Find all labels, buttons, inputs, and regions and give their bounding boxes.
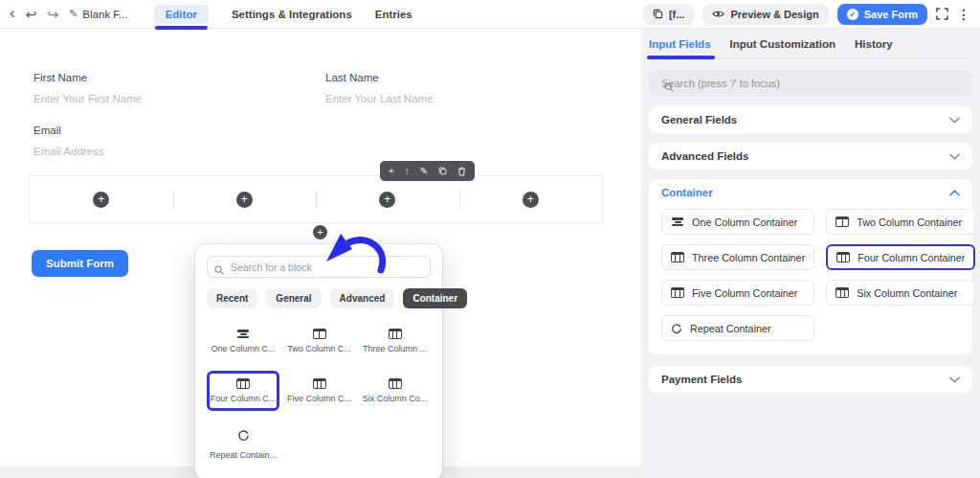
item-two-column-container[interactable]: Two Column Container	[826, 209, 975, 235]
preview-design-button[interactable]: Preview & Design	[702, 4, 828, 25]
payment-fields-header[interactable]: Payment Fields	[661, 366, 960, 393]
search-icon	[664, 79, 674, 96]
block-repeat-container[interactable]: Repeat Contain...	[207, 421, 279, 467]
save-form-label: Save Form	[864, 9, 918, 20]
general-fields-header[interactable]: General Fields	[661, 106, 960, 133]
section-advanced-fields: Advanced Fields	[649, 143, 972, 170]
submit-form-button[interactable]: Submit Form	[32, 250, 128, 277]
field-email[interactable]: Email Email Address	[33, 125, 292, 157]
block-two-column[interactable]: Two Column C...	[283, 321, 355, 361]
item-six-column-container[interactable]: Six Column Container	[826, 280, 975, 306]
container-column-1: +	[30, 176, 173, 222]
shortcode-button[interactable]: [f...	[643, 4, 695, 25]
chevron-down-icon	[949, 376, 960, 383]
category-general[interactable]: General	[266, 288, 321, 308]
block-five-column[interactable]: Five Column C...	[283, 371, 355, 411]
top-toolbar: ‹ ↩ ↪ ✎ Blank F... Editor Settings & Int…	[0, 0, 980, 29]
field-first-name[interactable]: First Name Enter Your First Name	[33, 72, 292, 104]
one-column-icon	[236, 329, 250, 339]
tab-input-fields[interactable]: Input Fields	[649, 38, 711, 50]
add-field-icon[interactable]: +	[236, 192, 253, 208]
container-header[interactable]: Container	[661, 179, 960, 206]
add-icon[interactable]: +	[389, 167, 394, 176]
copy-icon	[653, 9, 663, 19]
item-repeat-container[interactable]: Repeat Container	[661, 315, 814, 341]
tab-input-customization[interactable]: Input Customization	[730, 38, 836, 50]
tab-editor[interactable]: Editor	[154, 5, 209, 24]
add-field-icon[interactable]: +	[93, 192, 109, 208]
block-four-column[interactable]: Four Column C...	[207, 371, 279, 411]
add-field-icon[interactable]: +	[379, 192, 395, 208]
add-block-icon[interactable]: +	[313, 225, 327, 239]
container-column-2: +	[173, 176, 317, 222]
shortcode-label: [f...	[669, 9, 685, 20]
block-six-column[interactable]: Six Column Co...	[359, 371, 431, 411]
right-sidebar: Input Fields Input Customization History…	[641, 29, 980, 478]
sidebar-search-input[interactable]	[649, 70, 972, 97]
field-placeholder: Email Address	[33, 146, 292, 157]
five-column-icon	[671, 287, 684, 298]
five-column-icon	[313, 378, 326, 389]
item-four-column-container[interactable]: Four Column Container	[826, 244, 975, 270]
category-advanced[interactable]: Advanced	[330, 288, 395, 308]
item-five-column-container[interactable]: Five Column Container	[661, 280, 814, 306]
block-search-input[interactable]	[207, 256, 431, 278]
container-items: One Column Container Two Column Containe…	[661, 206, 960, 354]
field-last-name[interactable]: Last Name Enter Your Last Name	[325, 72, 584, 104]
advanced-fields-header[interactable]: Advanced Fields	[661, 143, 960, 170]
field-label: Last Name	[325, 72, 584, 83]
six-column-icon	[389, 378, 402, 389]
duplicate-icon[interactable]	[438, 167, 447, 175]
field-placeholder: Enter Your First Name	[33, 93, 292, 104]
chevron-down-icon	[949, 117, 960, 124]
fullscreen-icon[interactable]	[936, 8, 948, 20]
tab-entries[interactable]: Entries	[375, 5, 412, 24]
save-form-button[interactable]: ✓ Save Form	[837, 4, 927, 25]
sidebar-tabs: Input Fields Input Customization History	[649, 36, 972, 58]
delete-icon[interactable]	[457, 167, 466, 176]
item-one-column-container[interactable]: One Column Container	[661, 209, 814, 235]
container-column-3: +	[316, 176, 459, 222]
back-icon[interactable]: ‹	[10, 5, 15, 21]
block-one-column[interactable]: One Column C...	[207, 321, 279, 361]
block-three-column[interactable]: Three Column ...	[359, 321, 431, 361]
block-category-tabs: Recent General Advanced Container	[207, 288, 431, 308]
chevron-up-icon	[949, 190, 960, 196]
redo-icon[interactable]: ↪	[47, 8, 58, 21]
form-title[interactable]: ✎ Blank F...	[69, 8, 128, 20]
field-label: First Name	[33, 72, 292, 83]
form-builder-app: ‹ ↩ ↪ ✎ Blank F... Editor Settings & Int…	[0, 0, 980, 478]
editor-tabs: Editor Settings & Integrations Entries	[154, 5, 412, 24]
category-recent[interactable]: Recent	[207, 288, 257, 308]
form-title-text: Blank F...	[82, 9, 127, 20]
block-picker-popup: Recent General Advanced Container One Co…	[195, 244, 442, 478]
item-three-column-container[interactable]: Three Column Container	[661, 244, 814, 270]
more-options-icon[interactable]: ⋮	[957, 7, 970, 22]
one-column-icon	[671, 216, 684, 227]
move-up-icon[interactable]: ↑	[405, 167, 410, 176]
block-grid: One Column C... Two Column C... Three Co…	[207, 321, 431, 467]
chevron-down-icon	[949, 153, 960, 160]
repeat-icon	[671, 323, 682, 334]
tab-settings-integrations[interactable]: Settings & Integrations	[232, 5, 352, 24]
eye-icon	[712, 10, 724, 18]
undo-icon[interactable]: ↩	[26, 8, 37, 21]
three-column-icon	[671, 252, 684, 262]
container-hover-toolbar: + ↑ ✎	[380, 161, 475, 181]
two-column-icon	[313, 329, 326, 339]
field-placeholder: Enter Your Last Name	[325, 93, 584, 104]
repeat-icon	[237, 428, 250, 445]
three-column-icon	[389, 329, 402, 339]
container-column-4: +	[459, 176, 603, 222]
six-column-icon	[835, 287, 849, 298]
section-payment-fields: Payment Fields	[649, 366, 972, 393]
check-icon: ✓	[847, 9, 858, 20]
edit-icon[interactable]: ✎	[420, 167, 428, 176]
four-column-icon	[836, 252, 850, 262]
add-field-icon[interactable]: +	[523, 192, 539, 208]
field-label: Email	[33, 125, 292, 136]
category-container[interactable]: Container	[403, 288, 467, 308]
tab-history[interactable]: History	[855, 38, 893, 50]
edit-title-icon[interactable]: ✎	[69, 8, 78, 20]
four-column-icon	[236, 378, 250, 389]
